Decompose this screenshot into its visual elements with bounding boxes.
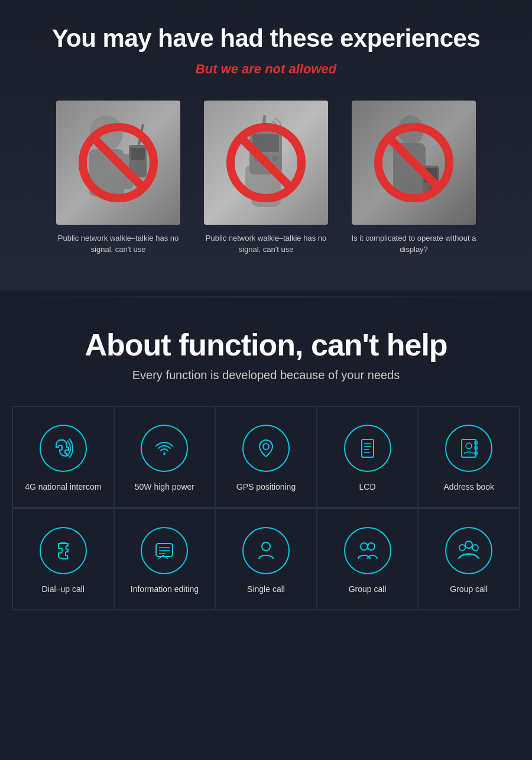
dialup-icon: [50, 538, 76, 564]
feature-groupcall2: Group call: [418, 509, 520, 610]
svg-point-25: [263, 444, 269, 449]
svg-rect-34: [475, 447, 478, 449]
svg-line-24: [387, 136, 440, 189]
feature-groupcall1: Group call: [317, 509, 419, 610]
feature-intercom: 4G national intercom: [12, 406, 114, 507]
feature-lcd: LCD: [317, 406, 419, 507]
dialup-label: Dial–up call: [42, 584, 85, 594]
groupcall1-icon: [355, 538, 381, 564]
svg-rect-36: [156, 544, 173, 557]
top-section: You may have had these experiences But w…: [0, 0, 532, 290]
groupcall2-icon-circle: [445, 527, 492, 574]
svg-point-41: [361, 543, 368, 550]
svg-point-43: [465, 541, 472, 548]
svg-line-7: [92, 136, 145, 189]
image-card-1: Public network walkie–talkie has no sign…: [53, 101, 183, 254]
image-1: [56, 101, 180, 225]
singlecall-icon-circle: [242, 527, 290, 574]
intercom-icon: [50, 435, 76, 461]
gps-label: GPS positioning: [236, 481, 296, 492]
gps-icon: [253, 435, 279, 461]
svg-point-45: [472, 545, 478, 551]
svg-rect-35: [475, 452, 478, 455]
gps-icon-circle: [242, 425, 290, 472]
addressbook-label: Address book: [443, 481, 494, 492]
svg-point-40: [262, 542, 270, 551]
groupcall1-label: Group call: [349, 584, 387, 594]
svg-rect-26: [362, 439, 374, 457]
image-card-2: Public network walkie–talkie has no sign…: [201, 101, 331, 254]
lcd-icon: [355, 435, 381, 461]
singlecall-icon: [253, 538, 279, 564]
groupcall2-icon: [456, 538, 482, 564]
feature-grid-row2: Dial–up call Information editing: [12, 508, 520, 610]
subtitle: But we are not allowed: [24, 62, 508, 77]
feature-infoedit: Information editing: [114, 509, 216, 610]
groupcall1-icon-circle: [344, 527, 391, 574]
feature-grid-row1: 4G national intercom 50W high power: [12, 406, 520, 508]
feature-singlecall: Single call: [215, 509, 317, 610]
highpower-label: 50W high power: [135, 481, 194, 492]
svg-rect-31: [462, 439, 476, 457]
image-2: [204, 101, 328, 225]
function-title: About function, can't help: [12, 327, 520, 363]
image-caption-1: Public network walkie–talkie has no sign…: [53, 233, 183, 254]
addressbook-icon-circle: [445, 425, 492, 472]
lcd-label: LCD: [359, 481, 376, 492]
infoedit-label: Information editing: [131, 584, 199, 594]
highpower-icon-circle: [141, 425, 188, 472]
infoedit-icon-circle: [141, 527, 188, 574]
image-caption-2: Public network walkie–talkie has no sign…: [201, 233, 331, 254]
infoedit-icon: [151, 538, 177, 564]
svg-rect-33: [475, 441, 478, 444]
function-section: About function, can't help Every functio…: [0, 303, 532, 622]
highpower-icon: [151, 435, 177, 461]
lcd-icon-circle: [344, 425, 391, 472]
image-caption-3: Is it complicated to operate without a d…: [349, 233, 479, 254]
feature-highpower: 50W high power: [114, 406, 216, 507]
svg-line-17: [239, 136, 293, 189]
intercom-icon-circle: [40, 425, 87, 472]
feature-gps: GPS positioning: [215, 406, 317, 507]
main-title: You may have had these experiences: [24, 24, 508, 53]
svg-point-44: [459, 545, 465, 551]
dialup-icon-circle: [40, 527, 87, 574]
function-subtitle: Every function is developed because of y…: [12, 368, 520, 382]
singlecall-label: Single call: [247, 584, 285, 594]
svg-point-42: [368, 543, 375, 550]
image-3: [352, 101, 476, 225]
images-row: Public network walkie–talkie has no sign…: [24, 101, 508, 254]
groupcall2-label: Group call: [450, 584, 488, 594]
intercom-label: 4G national intercom: [25, 481, 101, 492]
feature-addressbook: Address book: [418, 406, 520, 507]
section-divider: [0, 296, 532, 297]
addressbook-icon: [456, 435, 482, 461]
image-card-3: Is it complicated to operate without a d…: [349, 101, 479, 254]
svg-point-32: [466, 443, 472, 449]
feature-dialup: Dial–up call: [12, 509, 114, 610]
